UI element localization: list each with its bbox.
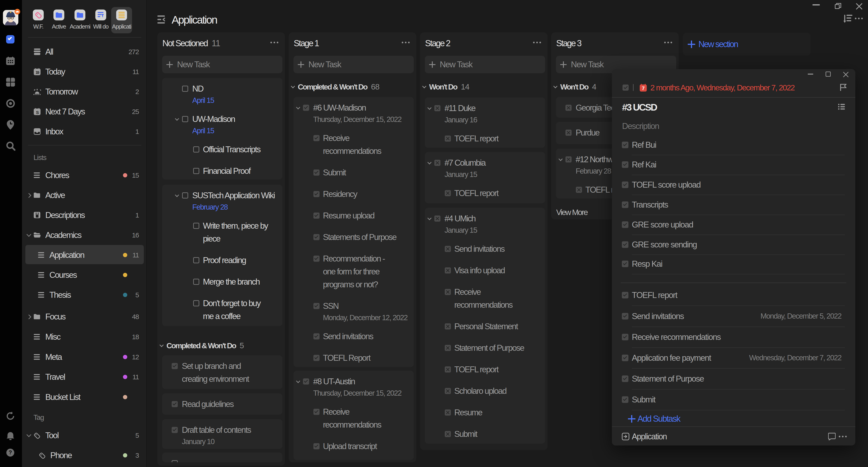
- svg-text:19: 19: [36, 70, 39, 75]
- svg-text:?: ?: [9, 449, 12, 456]
- svg-text:7: 7: [642, 85, 645, 91]
